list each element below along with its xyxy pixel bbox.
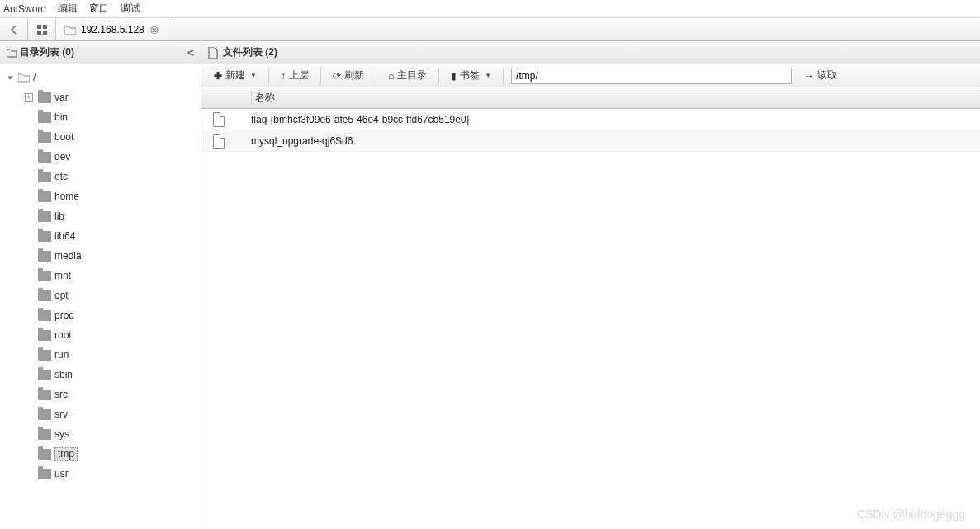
- folder-icon: [38, 469, 51, 479]
- tree-item-run[interactable]: run: [0, 345, 201, 365]
- menubar: AntSword 编辑 窗口 调试: [0, 0, 980, 18]
- new-button[interactable]: ✚ 新建 ▼: [206, 65, 264, 86]
- new-label: 新建: [225, 68, 245, 83]
- tree-item-root[interactable]: root: [0, 325, 201, 345]
- tree-item-etc[interactable]: etc: [0, 167, 201, 187]
- app-root: AntSword 编辑 窗口 调试 192.168.5.128 ⊗ 目: [0, 0, 980, 529]
- arrow-right-icon: →: [804, 70, 814, 82]
- plus-icon: ✚: [214, 70, 222, 82]
- read-button[interactable]: → 读取: [797, 65, 845, 86]
- caret-down-icon: ▼: [485, 72, 491, 79]
- tree-item-label: home: [54, 191, 79, 202]
- tree-item-label: srv: [54, 409, 68, 420]
- tree-item-label: usr: [54, 468, 69, 479]
- tab-label: 192.168.5.128: [81, 24, 144, 35]
- folder-icon: [38, 350, 51, 361]
- tree-item-mnt[interactable]: mnt: [0, 266, 201, 286]
- bookmark-button[interactable]: ▮ 书签 ▼: [443, 65, 499, 86]
- menu-window[interactable]: 窗口: [89, 2, 109, 16]
- path-input[interactable]: [511, 68, 792, 84]
- folder-icon: [38, 231, 51, 242]
- home-button[interactable]: ⌂ 主目录: [381, 65, 434, 86]
- folder-icon: [38, 290, 51, 301]
- tree-item-lib64[interactable]: lib64: [0, 226, 201, 246]
- folder-icon: [38, 429, 51, 440]
- file-panel: 文件列表 (2) ✚ 新建 ▼ ↑ 上层 ⟳ 刷新: [201, 41, 980, 529]
- tabbar: 192.168.5.128 ⊗: [0, 18, 980, 41]
- tree-item-var[interactable]: +var: [0, 87, 201, 107]
- file-row[interactable]: flag-{bmhcf3f09e6-afe5-46e4-b9cc-ffd67cb…: [201, 109, 980, 130]
- close-icon[interactable]: ⊗: [149, 24, 159, 35]
- tab-grid-button[interactable]: [28, 18, 56, 40]
- refresh-button[interactable]: ⟳ 刷新: [325, 65, 372, 86]
- tree-item-proc[interactable]: proc: [0, 305, 201, 325]
- folder-icon: [38, 330, 51, 341]
- folder-icon: [7, 48, 17, 58]
- refresh-icon: ⟳: [333, 70, 341, 82]
- svg-rect-3: [43, 31, 47, 35]
- tree-item-label: opt: [54, 290, 69, 301]
- tree-item-label: bin: [54, 111, 68, 123]
- folder-icon: [38, 409, 51, 420]
- tree-item-label: sys: [54, 428, 69, 440]
- tree-item-dev[interactable]: dev: [0, 147, 201, 167]
- toolbar: ✚ 新建 ▼ ↑ 上层 ⟳ 刷新 ⌂ 主目录: [201, 64, 980, 87]
- file-name: flag-{bmhcf3f09e6-afe5-46e4-b9cc-ffd67cb…: [251, 114, 470, 125]
- folder-icon: [38, 172, 51, 182]
- folder-icon: [38, 92, 51, 103]
- folder-open-icon: [18, 73, 30, 83]
- svg-rect-0: [37, 25, 41, 29]
- tree-item-boot[interactable]: boot: [0, 127, 201, 147]
- twisty-icon[interactable]: ▾: [5, 73, 15, 82]
- file-row[interactable]: mysql_upgrade-qj6Sd6: [201, 130, 980, 152]
- tree-item-label: src: [54, 389, 68, 400]
- expand-icon[interactable]: +: [25, 93, 33, 102]
- tree-item-label: run: [54, 349, 69, 361]
- folder-icon: [38, 390, 51, 400]
- tree-item-srv[interactable]: srv: [0, 404, 201, 424]
- menu-edit[interactable]: 编辑: [58, 2, 78, 16]
- menu-debug[interactable]: 调试: [121, 2, 140, 16]
- folder-icon: [38, 211, 51, 222]
- tree-item-sbin[interactable]: sbin: [0, 365, 201, 385]
- tree-item-opt[interactable]: opt: [0, 286, 201, 305]
- tree-item-label: media: [54, 250, 82, 262]
- tree-item-lib[interactable]: lib: [0, 206, 201, 226]
- tree-item-home[interactable]: home: [0, 187, 201, 206]
- collapse-icon[interactable]: <: [187, 46, 194, 59]
- folder-icon: [38, 251, 51, 262]
- file-grid-header: 名称: [201, 87, 980, 109]
- svg-rect-1: [43, 25, 47, 29]
- file-icon: [208, 47, 218, 59]
- tree-item-src[interactable]: src: [0, 385, 201, 404]
- app-title: AntSword: [3, 3, 46, 15]
- up-label: 上层: [289, 68, 309, 83]
- tab-prev-button[interactable]: [0, 18, 28, 40]
- file-icon: [213, 112, 225, 127]
- file-name: mysql_upgrade-qj6Sd6: [251, 135, 353, 147]
- folder-icon: [38, 449, 51, 460]
- tree-item-bin[interactable]: bin: [0, 107, 201, 127]
- up-button[interactable]: ↑ 上层: [273, 65, 316, 86]
- separator: [438, 68, 439, 83]
- tree-item-label: dev: [54, 151, 70, 163]
- tree-item-label: root: [54, 329, 72, 341]
- folder-icon: [38, 310, 51, 321]
- file-panel-title: 文件列表 (2): [223, 45, 277, 59]
- folder-icon: [38, 191, 51, 202]
- tree-item-label: tmp: [54, 447, 78, 461]
- tree-item-media[interactable]: media: [0, 246, 201, 266]
- bookmark-icon: ▮: [451, 70, 457, 82]
- tree-root[interactable]: ▾ /: [0, 68, 201, 87]
- tab-session[interactable]: 192.168.5.128 ⊗: [56, 18, 168, 40]
- folder-icon: [64, 25, 76, 35]
- tree-item-label: lib64: [54, 230, 75, 242]
- dir-panel-header: 目录列表 (0) <: [0, 41, 201, 64]
- refresh-label: 刷新: [344, 68, 364, 83]
- tree-item-label: boot: [54, 131, 73, 143]
- col-name-header[interactable]: 名称: [251, 91, 980, 105]
- tree-item-sys[interactable]: sys: [0, 424, 201, 444]
- tree-item-usr[interactable]: usr: [0, 464, 201, 484]
- file-panel-header: 文件列表 (2): [201, 41, 980, 64]
- tree-item-tmp[interactable]: tmp: [0, 444, 201, 464]
